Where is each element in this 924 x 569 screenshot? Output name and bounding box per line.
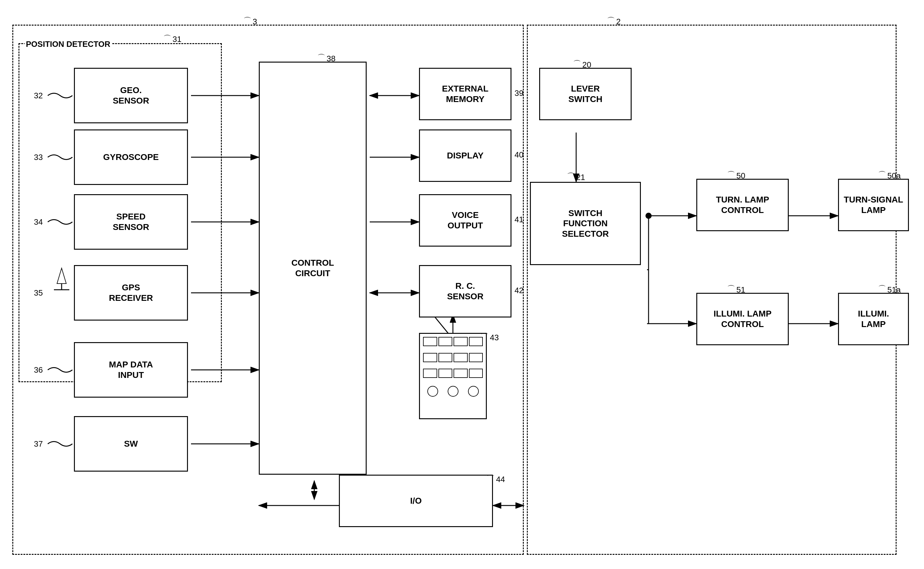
voice-output-block: VOICEOUTPUT — [419, 194, 511, 246]
display-block: DISPLAY — [419, 129, 511, 182]
ref-43: 43 — [490, 333, 499, 342]
ref-40: 40 — [514, 150, 523, 160]
external-memory-block: EXTERNALMEMORY — [419, 68, 511, 120]
ref-38: 38 — [326, 54, 335, 64]
control-circuit-block: CONTROLCIRCUIT — [259, 62, 367, 475]
keypad-block — [419, 333, 487, 419]
ref-42: 42 — [514, 286, 523, 295]
tilde-20: ⌒ — [573, 59, 581, 69]
ref-36: 36 — [34, 365, 43, 375]
ref-34: 34 — [34, 217, 43, 227]
illumi-lamp-control-block: ILLUMI. LAMPCONTROL — [696, 293, 789, 345]
tilde-3: ⌒ — [243, 15, 252, 26]
tilde-2: ⌒ — [607, 15, 615, 26]
ref-35: 35 — [34, 288, 43, 298]
gyroscope-block: GYROSCOPE — [74, 129, 188, 185]
switch-function-selector-block: SWITCHFUNCTIONSELECTOR — [530, 182, 641, 265]
tilde-50: ⌒ — [727, 169, 735, 180]
ref-41: 41 — [514, 215, 523, 224]
geo-sensor-block: GEO.SENSOR — [74, 68, 188, 123]
ref-50: 50 — [736, 171, 745, 181]
tilde-50a: ⌒ — [878, 169, 886, 180]
tilde-38: ⌒ — [317, 52, 325, 63]
ref-33: 33 — [34, 152, 43, 162]
tilde-43: ⌒ — [481, 331, 489, 342]
ref-21: 21 — [576, 173, 585, 182]
rc-sensor-block: R. C.SENSOR — [419, 265, 511, 318]
io-block: I/O — [339, 475, 493, 527]
ref-44: 44 — [496, 475, 505, 484]
ref-3: 3 — [253, 17, 257, 26]
lever-switch-block: LEVERSWITCH — [539, 68, 632, 120]
ref-32: 32 — [34, 91, 43, 100]
map-data-input-block: MAP DATAINPUT — [74, 342, 188, 398]
tilde-51a: ⌒ — [878, 284, 886, 294]
ref-37: 37 — [34, 439, 43, 449]
turn-lamp-control-block: TURN. LAMPCONTROL — [696, 179, 789, 231]
ref-2: 2 — [616, 17, 621, 26]
speed-sensor-block: SPEEDSENSOR — [74, 194, 188, 250]
ref-50a: 50a — [888, 171, 901, 181]
sw-block: SW — [74, 416, 188, 472]
illumi-lamp-block: ILLUMI.LAMP — [838, 293, 909, 345]
tilde-21: ⌒ — [567, 171, 575, 182]
tilde-51: ⌒ — [727, 284, 735, 294]
ref-51a: 51a — [888, 285, 901, 295]
ref-51: 51 — [736, 285, 745, 295]
ref-39: 39 — [514, 88, 523, 98]
ref-20: 20 — [582, 60, 591, 70]
tilde-44: ⌒ — [487, 473, 495, 484]
gps-receiver-block: GPSRECEIVER — [74, 265, 188, 321]
turn-signal-lamp-block: TURN-SIGNALLAMP — [838, 179, 909, 231]
